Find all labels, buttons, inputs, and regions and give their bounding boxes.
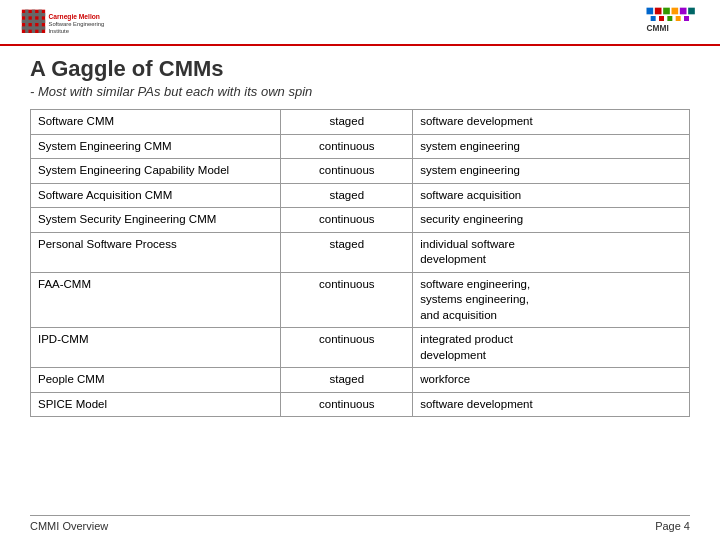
svg-text:Software Engineering: Software Engineering bbox=[49, 21, 105, 27]
cmm-table: Software CMMstagedsoftware developmentSy… bbox=[30, 109, 690, 417]
row-name: Personal Software Process bbox=[31, 232, 281, 272]
subtitle-italic: but each with its own spin bbox=[164, 84, 312, 99]
row-type: staged bbox=[281, 232, 413, 272]
row-domain: system engineering bbox=[413, 134, 690, 159]
row-domain: software acquisition bbox=[413, 183, 690, 208]
table-row: People CMMstagedworkforce bbox=[31, 368, 690, 393]
svg-rect-17 bbox=[651, 16, 656, 21]
svg-rect-13 bbox=[663, 8, 670, 15]
svg-rect-19 bbox=[667, 16, 672, 21]
row-name: Software Acquisition CMM bbox=[31, 183, 281, 208]
footer-left: CMMI Overview bbox=[30, 520, 108, 532]
svg-text:Carnegie Mellon: Carnegie Mellon bbox=[49, 13, 100, 21]
svg-text:Institute: Institute bbox=[49, 28, 69, 34]
row-name: People CMM bbox=[31, 368, 281, 393]
row-domain: workforce bbox=[413, 368, 690, 393]
row-type: continuous bbox=[281, 208, 413, 233]
row-domain: security engineering bbox=[413, 208, 690, 233]
row-name: System Engineering CMM bbox=[31, 134, 281, 159]
row-domain: system engineering bbox=[413, 159, 690, 184]
row-name: System Security Engineering CMM bbox=[31, 208, 281, 233]
row-domain: software development bbox=[413, 392, 690, 417]
svg-rect-12 bbox=[655, 8, 662, 15]
table-row: FAA-CMMcontinuoussoftware engineering, s… bbox=[31, 272, 690, 328]
logo-area: Carnegie Mellon Software Engineering Ins… bbox=[16, 8, 136, 38]
row-type: staged bbox=[281, 183, 413, 208]
row-domain: individual software development bbox=[413, 232, 690, 272]
row-type: continuous bbox=[281, 159, 413, 184]
row-name: System Engineering Capability Model bbox=[31, 159, 281, 184]
row-domain: integrated product development bbox=[413, 328, 690, 368]
footer-right: Page 4 bbox=[655, 520, 690, 532]
cmu-logo: Carnegie Mellon Software Engineering Ins… bbox=[16, 8, 136, 38]
row-name: IPD-CMM bbox=[31, 328, 281, 368]
table-row: Software CMMstagedsoftware development bbox=[31, 110, 690, 135]
subtitle: - Most with similar PAs but each with it… bbox=[30, 84, 690, 99]
svg-rect-14 bbox=[672, 8, 679, 15]
table-row: IPD-CMMcontinuousintegrated product deve… bbox=[31, 328, 690, 368]
row-type: continuous bbox=[281, 134, 413, 159]
header: Carnegie Mellon Software Engineering Ins… bbox=[0, 0, 720, 46]
main-content: A Gaggle of CMMs - Most with similar PAs… bbox=[0, 46, 720, 423]
row-type: staged bbox=[281, 368, 413, 393]
svg-rect-5 bbox=[22, 20, 45, 23]
row-name: Software CMM bbox=[31, 110, 281, 135]
row-type: staged bbox=[281, 110, 413, 135]
table-row: Personal Software Processstagedindividua… bbox=[31, 232, 690, 272]
table-row: System Security Engineering CMMcontinuou… bbox=[31, 208, 690, 233]
table-row: System Engineering Capability Modelconti… bbox=[31, 159, 690, 184]
svg-text:CMMI: CMMI bbox=[647, 23, 669, 33]
svg-rect-20 bbox=[676, 16, 681, 21]
svg-rect-11 bbox=[647, 8, 654, 15]
row-type: continuous bbox=[281, 328, 413, 368]
svg-rect-15 bbox=[680, 8, 687, 15]
svg-rect-21 bbox=[684, 16, 689, 21]
row-type: continuous bbox=[281, 272, 413, 328]
page-title: A Gaggle of CMMs bbox=[30, 56, 690, 82]
subtitle-prefix: - Most with similar PAs bbox=[30, 84, 164, 99]
row-name: FAA-CMM bbox=[31, 272, 281, 328]
footer: CMMI Overview Page 4 bbox=[30, 515, 690, 532]
table-row: Software Acquisition CMMstagedsoftware a… bbox=[31, 183, 690, 208]
row-domain: software engineering, systems engineerin… bbox=[413, 272, 690, 328]
svg-rect-6 bbox=[22, 26, 45, 29]
row-name: SPICE Model bbox=[31, 392, 281, 417]
row-type: continuous bbox=[281, 392, 413, 417]
svg-rect-4 bbox=[22, 13, 45, 16]
row-domain: software development bbox=[413, 110, 690, 135]
svg-rect-18 bbox=[659, 16, 664, 21]
table-row: System Engineering CMMcontinuoussystem e… bbox=[31, 134, 690, 159]
cmmi-logo: CMMI bbox=[644, 6, 704, 40]
table-row: SPICE Modelcontinuoussoftware developmen… bbox=[31, 392, 690, 417]
svg-rect-16 bbox=[688, 8, 695, 15]
